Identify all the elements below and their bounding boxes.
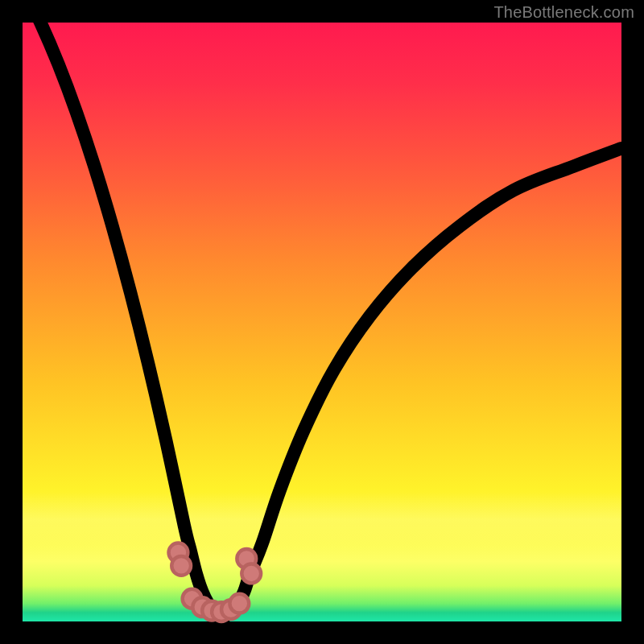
plot-area [23, 23, 621, 621]
marker-dot [242, 564, 261, 584]
bottleneck-curve [23, 0, 621, 617]
marker-dot [229, 594, 249, 613]
marker-dot [171, 556, 191, 576]
watermark-text: TheBottleneck.com [493, 3, 634, 22]
marker-group [169, 543, 262, 621]
chart-canvas: TheBottleneck.com [0, 0, 644, 644]
curve-layer [23, 23, 621, 621]
